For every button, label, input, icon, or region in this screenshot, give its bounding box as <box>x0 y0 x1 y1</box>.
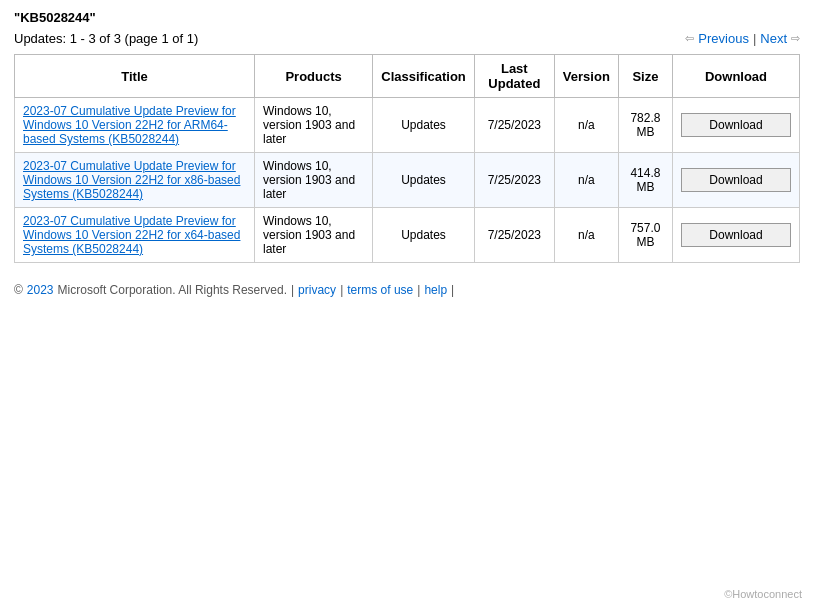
copyright-year: 2023 <box>27 283 54 297</box>
row-title[interactable]: 2023-07 Cumulative Update Preview for Wi… <box>15 153 255 208</box>
row-products: Windows 10, version 1903 and later <box>255 208 373 263</box>
next-link[interactable]: Next <box>760 31 787 46</box>
download-button[interactable]: Download <box>681 168 791 192</box>
privacy-link[interactable]: privacy <box>298 283 336 297</box>
col-products: Products <box>255 55 373 98</box>
footer-sep3: | <box>417 283 420 297</box>
row-last-updated: 7/25/2023 <box>474 208 554 263</box>
download-button[interactable]: Download <box>681 113 791 137</box>
footer: © 2023 Microsoft Corporation. All Rights… <box>14 283 800 297</box>
table-row: 2023-07 Cumulative Update Preview for Wi… <box>15 98 800 153</box>
pagination-bar: Updates: 1 - 3 of 3 (page 1 of 1) ⇦ Prev… <box>14 31 800 46</box>
row-classification: Updates <box>373 208 475 263</box>
row-download-cell: Download <box>672 153 799 208</box>
row-version: n/a <box>554 98 618 153</box>
col-version: Version <box>554 55 618 98</box>
col-title: Title <box>15 55 255 98</box>
footer-sep4: | <box>451 283 454 297</box>
search-title: "KB5028244" <box>14 10 800 25</box>
footer-sep2: | <box>340 283 343 297</box>
footer-sep1: | <box>291 283 294 297</box>
row-version: n/a <box>554 208 618 263</box>
company-name: Microsoft Corporation. All Rights Reserv… <box>58 283 287 297</box>
next-arrow-icon: ⇨ <box>791 32 800 45</box>
table-header: Title Products Classification Last Updat… <box>15 55 800 98</box>
row-size: 782.8 MB <box>618 98 672 153</box>
terms-link[interactable]: terms of use <box>347 283 413 297</box>
row-size: 757.0 MB <box>618 208 672 263</box>
download-button[interactable]: Download <box>681 223 791 247</box>
col-download: Download <box>672 55 799 98</box>
row-products: Windows 10, version 1903 and later <box>255 153 373 208</box>
col-size: Size <box>618 55 672 98</box>
row-last-updated: 7/25/2023 <box>474 98 554 153</box>
prev-link[interactable]: Previous <box>698 31 749 46</box>
help-link[interactable]: help <box>424 283 447 297</box>
row-last-updated: 7/25/2023 <box>474 153 554 208</box>
results-table: Title Products Classification Last Updat… <box>14 54 800 263</box>
table-body: 2023-07 Cumulative Update Preview for Wi… <box>15 98 800 263</box>
row-classification: Updates <box>373 153 475 208</box>
col-last-updated: Last Updated <box>474 55 554 98</box>
row-version: n/a <box>554 153 618 208</box>
row-size: 414.8 MB <box>618 153 672 208</box>
row-download-cell: Download <box>672 208 799 263</box>
table-row: 2023-07 Cumulative Update Preview for Wi… <box>15 208 800 263</box>
nav-links: ⇦ Previous | Next ⇨ <box>685 31 800 46</box>
updates-count: Updates: 1 - 3 of 3 (page 1 of 1) <box>14 31 198 46</box>
row-download-cell: Download <box>672 98 799 153</box>
row-title[interactable]: 2023-07 Cumulative Update Preview for Wi… <box>15 208 255 263</box>
col-classification: Classification <box>373 55 475 98</box>
prev-arrow-icon: ⇦ <box>685 32 694 45</box>
nav-separator: | <box>753 31 756 46</box>
row-title[interactable]: 2023-07 Cumulative Update Preview for Wi… <box>15 98 255 153</box>
table-row: 2023-07 Cumulative Update Preview for Wi… <box>15 153 800 208</box>
row-classification: Updates <box>373 98 475 153</box>
copyright-symbol: © <box>14 283 23 297</box>
row-products: Windows 10, version 1903 and later <box>255 98 373 153</box>
